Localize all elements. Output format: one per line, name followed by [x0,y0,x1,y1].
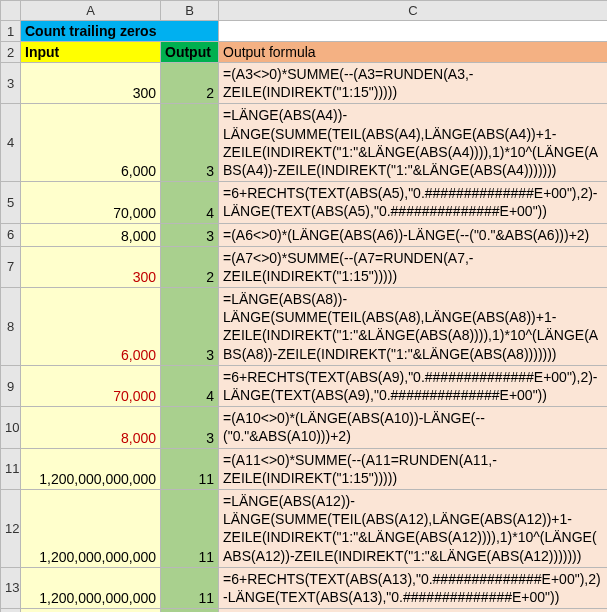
spreadsheet-grid[interactable]: A B C 1 Count trailing zeros 2 Input Out… [0,0,607,612]
row-header-14[interactable]: 14 [1,609,21,612]
row-header-6[interactable]: 6 [1,223,21,246]
cell-output[interactable]: 3 [161,407,219,448]
cell-formula[interactable]: =LÄNGE(ABS(A12))-LÄNGE(SUMME(TEIL(ABS(A1… [219,489,608,567]
row-header-5[interactable]: 5 [1,182,21,223]
row-header-3[interactable]: 3 [1,63,21,104]
cell-output[interactable]: 11 [161,567,219,608]
row-header-1[interactable]: 1 [1,21,21,42]
header-formula[interactable]: Output formula [219,42,608,63]
row-header-8[interactable]: 8 [1,288,21,366]
column-headers-row: A B C [1,1,608,21]
table-row: 570,0004=6+RECHTS(TEXT(ABS(A5),"0.######… [1,182,608,223]
cell-formula[interactable]: =6+RECHTS(TEXT(ABS(A9),"0.##############… [219,365,608,406]
cell-output[interactable]: 11 [161,489,219,567]
table-row: 111,200,000,000,00011=(A11<>0)*SUMME(--(… [1,448,608,489]
row-1: 1 Count trailing zeros [1,21,608,42]
cell-formula[interactable]: =LÄNGE(ABS(A8))-LÄNGE(SUMME(TEIL(ABS(A8)… [219,288,608,366]
row-header-4[interactable]: 4 [1,104,21,182]
cell-output[interactable]: 3 [161,223,219,246]
select-all-corner[interactable] [1,1,21,21]
cell-input[interactable]: 300 [21,246,161,287]
cell-formula[interactable]: =6+RECHTS(TEXT(ABS(A5),"0.##############… [219,182,608,223]
col-header-B[interactable]: B [161,1,219,21]
table-row: 131,200,000,000,00011=6+RECHTS(TEXT(ABS(… [1,567,608,608]
cell-output[interactable]: 4 [161,182,219,223]
cell-input[interactable]: 1,200,000,000,000 [21,567,161,608]
row-header-2[interactable]: 2 [1,42,21,63]
cell-output[interactable]: 4 [161,365,219,406]
cell-formula[interactable]: =(A10<>0)*(LÄNGE(ABS(A10))-LÄNGE(--("0."… [219,407,608,448]
cell-formula[interactable]: =(A3<>0)*SUMME(--(A3=RUNDEN(A3,-ZEILE(IN… [219,63,608,104]
row-header-13[interactable]: 13 [1,567,21,608]
row-header-12[interactable]: 12 [1,489,21,567]
cell-formula[interactable]: =(A6<>0)*(LÄNGE(ABS(A6))-LÄNGE(--("0."&A… [219,223,608,246]
table-row: 141,200,000,000,00011=(A14<>0)*(LÄNGE(AB… [1,609,608,612]
cell-output[interactable]: 3 [161,288,219,366]
table-row: 121,200,000,000,00011=LÄNGE(ABS(A12))-LÄ… [1,489,608,567]
table-row: 970,0004=6+RECHTS(TEXT(ABS(A9),"0.######… [1,365,608,406]
cell-input[interactable]: 6,000 [21,104,161,182]
row-header-9[interactable]: 9 [1,365,21,406]
table-row: 68,0003=(A6<>0)*(LÄNGE(ABS(A6))-LÄNGE(--… [1,223,608,246]
table-row: 73002=(A7<>0)*SUMME(--(A7=RUNDEN(A7,-ZEI… [1,246,608,287]
cell-output[interactable]: 2 [161,63,219,104]
cell-input[interactable]: 8,000 [21,407,161,448]
cell-formula[interactable]: =6+RECHTS(TEXT(ABS(A13),"0.#############… [219,567,608,608]
cell-formula[interactable]: =LÄNGE(ABS(A4))-LÄNGE(SUMME(TEIL(ABS(A4)… [219,104,608,182]
cell-input[interactable]: 1,200,000,000,000 [21,489,161,567]
cell-output[interactable]: 11 [161,448,219,489]
header-output[interactable]: Output [161,42,219,63]
cell-output[interactable]: 2 [161,246,219,287]
header-input[interactable]: Input [21,42,161,63]
cell-C1[interactable] [219,21,608,42]
title-cell[interactable]: Count trailing zeros [21,21,219,42]
cell-input[interactable]: 1,200,000,000,000 [21,448,161,489]
cell-input[interactable]: 6,000 [21,288,161,366]
table-row: 86,0003=LÄNGE(ABS(A8))-LÄNGE(SUMME(TEIL(… [1,288,608,366]
col-header-A[interactable]: A [21,1,161,21]
table-row: 108,0003=(A10<>0)*(LÄNGE(ABS(A10))-LÄNGE… [1,407,608,448]
row-2: 2 Input Output Output formula [1,42,608,63]
cell-formula[interactable]: =(A11<>0)*SUMME(--(A11=RUNDEN(A11,-ZEILE… [219,448,608,489]
cell-input[interactable]: 1,200,000,000,000 [21,609,161,612]
cell-output[interactable]: 3 [161,104,219,182]
table-row: 46,0003=LÄNGE(ABS(A4))-LÄNGE(SUMME(TEIL(… [1,104,608,182]
cell-output[interactable]: 11 [161,609,219,612]
cell-input[interactable]: 8,000 [21,223,161,246]
row-header-11[interactable]: 11 [1,448,21,489]
table-row: 33002=(A3<>0)*SUMME(--(A3=RUNDEN(A3,-ZEI… [1,63,608,104]
cell-formula[interactable]: =(A7<>0)*SUMME(--(A7=RUNDEN(A7,-ZEILE(IN… [219,246,608,287]
cell-input[interactable]: 70,000 [21,182,161,223]
cell-formula[interactable]: =(A14<>0)*(LÄNGE(ABS(A14))-LÄNGE(--("0."… [219,609,608,612]
row-header-10[interactable]: 10 [1,407,21,448]
cell-input[interactable]: 300 [21,63,161,104]
row-header-7[interactable]: 7 [1,246,21,287]
cell-input[interactable]: 70,000 [21,365,161,406]
col-header-C[interactable]: C [219,1,608,21]
